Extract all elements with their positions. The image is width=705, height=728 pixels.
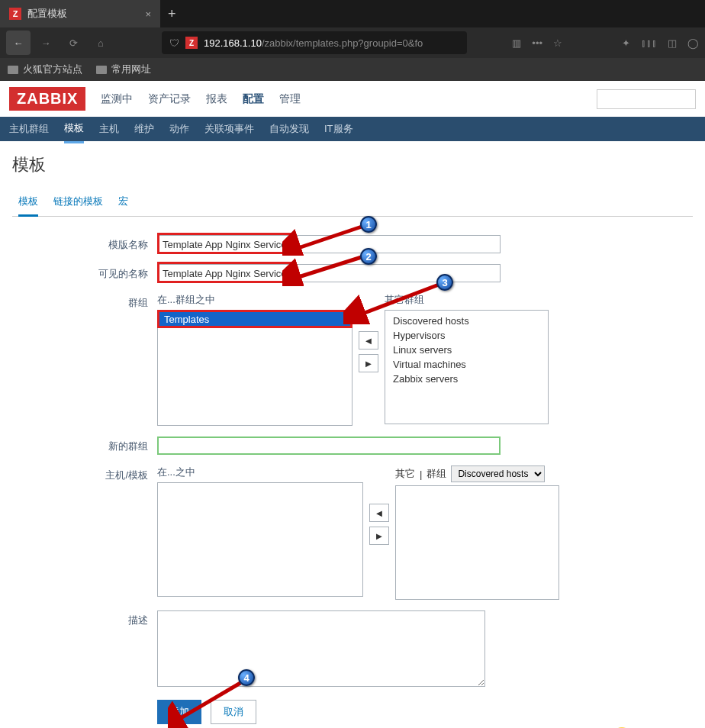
sidebar-icon[interactable]: ◫ (668, 37, 677, 49)
other-groups-listbox[interactable]: Discovered hosts Hypervisors Linux serve… (385, 310, 549, 424)
menu-configuration[interactable]: 配置 (243, 92, 264, 106)
form-tabs: 模板 链接的模板 宏 (12, 188, 693, 217)
label-in-groups: 在...群组之中 (157, 293, 352, 307)
subnav-hosts[interactable]: 主机 (99, 116, 119, 142)
zabbix-logo[interactable]: ZABBIX (9, 87, 85, 111)
label-other: 其它 (395, 467, 415, 481)
reader-icon[interactable]: ▥ (512, 37, 521, 49)
subnav-templates[interactable]: 模板 (64, 115, 84, 143)
top-menu: 监测中 资产记录 报表 配置 管理 (101, 92, 301, 106)
move-left-button[interactable]: ◄ (359, 331, 378, 350)
subnav-hostgroups[interactable]: 主机群组 (9, 116, 49, 142)
list-item[interactable]: Virtual machines (388, 357, 545, 372)
folder-icon (8, 66, 18, 74)
list-item[interactable]: Discovered hosts (388, 314, 545, 328)
subnav-discovery[interactable]: 自动发现 (269, 116, 309, 142)
label-new-group: 新的群组 (12, 436, 157, 453)
list-item[interactable]: Linux servers (388, 343, 545, 357)
search-input[interactable] (597, 89, 696, 109)
reload-button[interactable]: ⟳ (61, 31, 85, 55)
folder-icon (96, 66, 107, 74)
url-text: 192.168.1.10/zabbix/templates.php?groupi… (204, 37, 423, 49)
bookmark-star-icon[interactable]: ☆ (553, 37, 562, 49)
visible-name-input[interactable] (157, 264, 501, 282)
page-title: 模板 (12, 153, 693, 176)
forward-button[interactable]: → (34, 31, 58, 55)
label-in: 在...之中 (157, 465, 363, 479)
zabbix-top-nav: ZABBIX 监测中 资产记录 报表 配置 管理 (0, 81, 705, 117)
bookmark-bar: 火狐官方站点 常用网址 (0, 58, 705, 81)
subnav-actions[interactable]: 动作 (169, 116, 189, 142)
move-right-button[interactable]: ► (359, 354, 378, 372)
add-button[interactable]: 添加 (157, 700, 201, 724)
back-button[interactable]: ← (6, 31, 31, 55)
account-icon[interactable]: ◯ (687, 37, 699, 49)
list-item[interactable]: Hypervisors (388, 328, 545, 343)
zabbix-sub-nav: 主机群组 模板 主机 维护 动作 关联项事件 自动发现 IT服务 (0, 117, 705, 141)
list-item[interactable]: Templates (159, 312, 350, 326)
bookmark-common[interactable]: 常用网址 (96, 63, 151, 76)
menu-reports[interactable]: 报表 (206, 92, 227, 106)
cancel-button[interactable]: 取消 (211, 700, 256, 724)
tab-favicon-icon: Z (9, 8, 21, 20)
shield-icon: 🛡 (169, 37, 179, 49)
browser-tab-bar: Z 配置模板 × + (0, 0, 705, 27)
other-hosts-listbox[interactable] (395, 485, 559, 600)
url-bar[interactable]: 🛡 Z 192.168.1.10/zabbix/templates.php?gr… (162, 31, 467, 54)
subnav-itservices[interactable]: IT服务 (324, 116, 353, 142)
description-textarea[interactable] (157, 610, 485, 687)
bookmark-firefox[interactable]: 火狐官方站点 (8, 63, 82, 76)
tab-macros[interactable]: 宏 (118, 188, 128, 216)
subnav-maintenance[interactable]: 维护 (134, 116, 154, 142)
label-visible-name: 可见的名称 (12, 264, 157, 281)
tab-linked[interactable]: 链接的模板 (53, 188, 103, 216)
library-icon[interactable]: ⫿⫿⫿ (641, 37, 657, 49)
label-group: 群组 (427, 467, 446, 481)
tab-template[interactable]: 模板 (18, 188, 38, 217)
extension-icon[interactable]: ✦ (622, 37, 630, 49)
move-left-button-2[interactable]: ◄ (369, 504, 389, 522)
tab-title: 配置模板 (27, 7, 67, 21)
new-group-input[interactable] (157, 436, 501, 455)
close-tab-icon[interactable]: × (145, 8, 151, 20)
label-description: 描述 (12, 610, 157, 627)
subnav-correlation[interactable]: 关联项事件 (204, 116, 254, 142)
label-groups: 群组 (12, 293, 157, 310)
menu-monitoring[interactable]: 监测中 (101, 92, 133, 106)
label-template-name: 模版名称 (12, 235, 157, 252)
menu-inventory[interactable]: 资产记录 (148, 92, 191, 106)
template-name-input[interactable] (157, 235, 501, 253)
new-tab-button[interactable]: + (160, 6, 184, 22)
bookmark-label: 火狐官方站点 (23, 63, 82, 76)
browser-nav-bar: ← → ⟳ ⌂ 🛡 Z 192.168.1.10/zabbix/template… (0, 27, 705, 58)
in-hosts-listbox[interactable] (157, 482, 363, 597)
list-item[interactable]: Zabbix servers (388, 372, 545, 386)
site-favicon-icon: Z (185, 37, 198, 49)
move-right-button-2[interactable]: ► (369, 527, 389, 545)
browser-tab[interactable]: Z 配置模板 × (0, 0, 160, 27)
label-other-groups: 其它群组 (385, 293, 549, 307)
hosts-group-select[interactable]: Discovered hosts (451, 465, 545, 482)
bookmark-label: 常用网址 (111, 63, 151, 76)
in-groups-listbox[interactable] (157, 328, 352, 426)
label-hosts-templates: 主机/模板 (12, 465, 157, 482)
menu-administration[interactable]: 管理 (279, 92, 301, 106)
menu-dots-icon[interactable]: ••• (532, 37, 542, 49)
home-button[interactable]: ⌂ (89, 31, 113, 55)
